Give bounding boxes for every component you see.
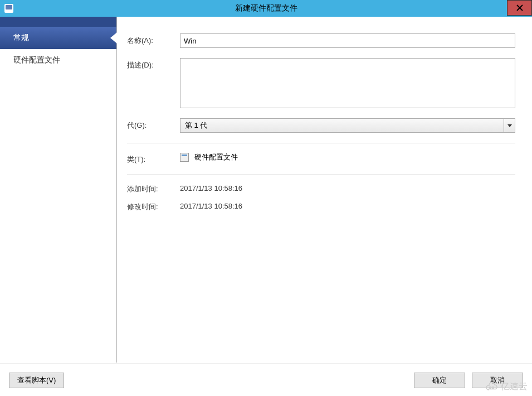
close-icon: [516, 4, 523, 11]
modified-time-label: 修改时间:: [127, 202, 180, 212]
sidebar-item-label: 常规: [13, 33, 29, 43]
main-area: 常规 硬件配置文件 名称(A): 描述(D): 代(G): 第 1 代 类(T: [0, 17, 532, 363]
description-row: 描述(D):: [127, 58, 515, 108]
sidebar-item-general[interactable]: 常规: [0, 27, 116, 49]
description-input[interactable]: [180, 58, 515, 108]
generation-row: 代(G): 第 1 代: [127, 118, 515, 133]
name-label: 名称(A):: [127, 33, 180, 46]
sidebar-header-band: [0, 17, 116, 27]
name-row: 名称(A):: [127, 33, 515, 48]
cancel-button[interactable]: 取消: [472, 373, 523, 388]
content-pane: 名称(A): 描述(D): 代(G): 第 1 代 类(T): 硬件配置文件: [117, 17, 532, 363]
name-input[interactable]: [180, 33, 515, 48]
hardware-profile-icon: [180, 153, 189, 162]
type-row: 类(T): 硬件配置文件: [127, 152, 515, 165]
view-script-button[interactable]: 查看脚本(V): [9, 373, 64, 388]
modified-time-value: 2017/1/13 10:58:16: [180, 202, 242, 212]
divider: [127, 143, 515, 143]
type-value-container: 硬件配置文件: [180, 152, 238, 162]
ok-button[interactable]: 确定: [414, 373, 465, 388]
generation-label: 代(G):: [127, 118, 180, 131]
close-button[interactable]: [507, 0, 532, 16]
divider: [127, 175, 515, 175]
type-label: 类(T):: [127, 152, 180, 165]
description-label: 描述(D):: [127, 58, 180, 70]
sidebar-item-hardware-profile[interactable]: 硬件配置文件: [0, 49, 116, 71]
button-bar: 查看脚本(V) 确定 取消: [0, 364, 532, 396]
chevron-down-icon: [504, 119, 515, 132]
titlebar: 新建硬件配置文件: [0, 0, 532, 17]
added-time-value: 2017/1/13 10:58:16: [180, 184, 242, 194]
sidebar: 常规 硬件配置文件: [0, 17, 117, 363]
modified-time-row: 修改时间: 2017/1/13 10:58:16: [127, 202, 515, 212]
added-time-label: 添加时间:: [127, 184, 180, 194]
generation-value: 第 1 代: [180, 120, 504, 131]
type-value: 硬件配置文件: [194, 152, 238, 162]
window-title: 新建硬件配置文件: [0, 3, 532, 13]
generation-dropdown[interactable]: 第 1 代: [180, 118, 515, 133]
added-time-row: 添加时间: 2017/1/13 10:58:16: [127, 184, 515, 194]
sidebar-item-label: 硬件配置文件: [13, 55, 60, 65]
